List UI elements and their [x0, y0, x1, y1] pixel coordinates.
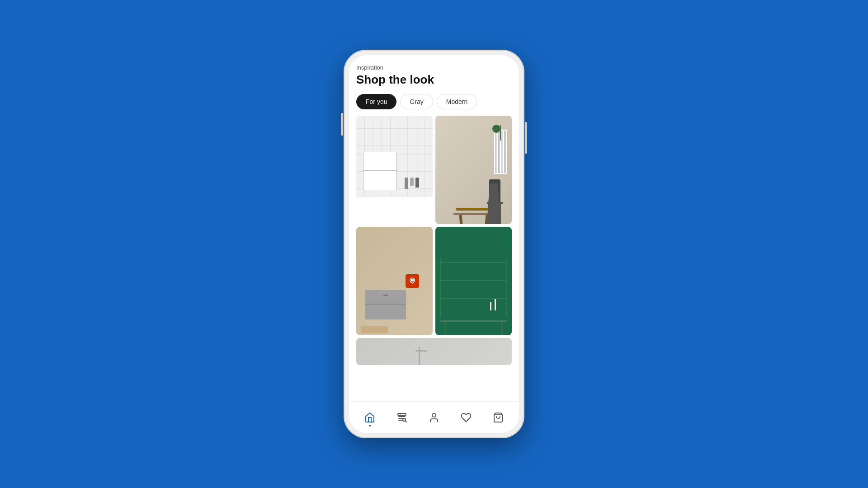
- kitchen-bottles-decoration: [405, 178, 419, 189]
- shelf-line-3: [440, 262, 507, 263]
- dining-chair-decoration: [487, 170, 503, 224]
- home-icon: [364, 412, 375, 423]
- image-grid: [356, 116, 512, 370]
- shelf-line-2: [440, 280, 507, 281]
- filter-tab-modern[interactable]: Modern: [437, 94, 477, 109]
- phone-device: Inspiration Shop the look For you Gray M…: [344, 50, 524, 438]
- page-title: Shop the look: [356, 73, 512, 87]
- notification-icon: [409, 277, 416, 285]
- dresser-decoration: [365, 290, 406, 319]
- nav-active-indicator: [369, 425, 371, 427]
- filter-tabs: For you Gray Modern: [356, 94, 512, 109]
- search-icon: [396, 412, 407, 423]
- nav-item-home[interactable]: [359, 409, 381, 426]
- grid-item-green[interactable]: [435, 227, 512, 335]
- filter-tab-for-you[interactable]: For you: [356, 94, 396, 109]
- grid-item-living[interactable]: [356, 227, 433, 335]
- nav-item-wishlist[interactable]: [455, 409, 477, 426]
- profile-icon: [429, 412, 439, 423]
- nav-item-profile[interactable]: [423, 409, 445, 426]
- shelf-right-support: [506, 258, 507, 317]
- nav-item-cart[interactable]: [487, 409, 509, 426]
- svg-line-7: [405, 421, 406, 422]
- nav-item-search[interactable]: [391, 409, 413, 426]
- heart-icon: [461, 412, 472, 423]
- dining-table-decoration: [453, 213, 494, 215]
- shelf-line-1: [440, 298, 507, 299]
- notification-badge: [406, 274, 419, 288]
- green-table-decoration: [440, 320, 507, 322]
- filter-tab-gray[interactable]: Gray: [400, 94, 433, 109]
- inspiration-section: Inspiration Shop the look: [356, 64, 512, 87]
- candle1-decoration: [495, 299, 496, 310]
- grid-item-dining[interactable]: [435, 116, 512, 224]
- floor-item-decoration: [361, 326, 388, 333]
- phone-screen: Inspiration Shop the look For you Gray M…: [349, 55, 519, 433]
- inspiration-label: Inspiration: [356, 64, 512, 71]
- bottom-navigation: [349, 401, 519, 433]
- svg-point-8: [432, 413, 436, 417]
- grid-item-kitchen[interactable]: [356, 116, 433, 224]
- cart-icon: [493, 412, 504, 423]
- kitchen-shelf-decoration: [363, 152, 397, 190]
- plant-decoration: [496, 125, 505, 147]
- shelf-left-support: [440, 258, 441, 317]
- grid-item-bottom[interactable]: [356, 338, 512, 365]
- faucet-arm-decoration: [415, 350, 427, 352]
- faucet-decoration: [419, 347, 420, 365]
- svg-point-0: [411, 279, 414, 282]
- svg-rect-2: [398, 413, 406, 415]
- candle2-decoration: [490, 302, 491, 310]
- content-area: Inspiration Shop the look For you Gray M…: [349, 55, 519, 401]
